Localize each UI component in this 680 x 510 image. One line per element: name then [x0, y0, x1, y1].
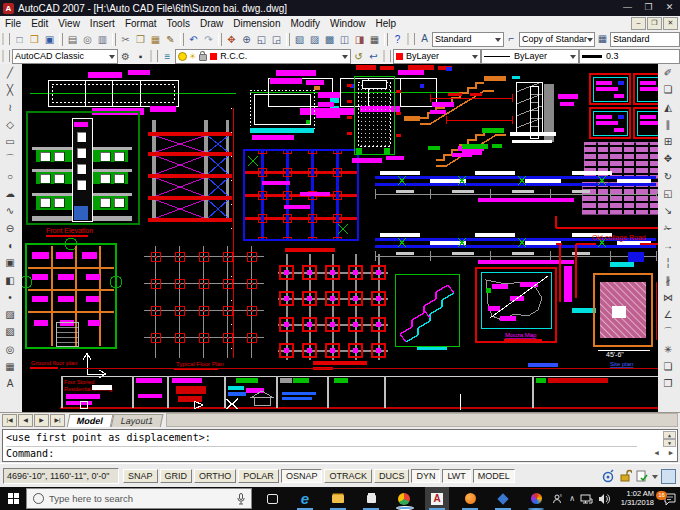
arc-icon[interactable]: ⌒: [2, 151, 18, 167]
scroll-down-icon[interactable]: ▼: [663, 439, 676, 447]
ellipse-icon[interactable]: ⊖: [2, 221, 18, 237]
array-icon[interactable]: ⊞: [660, 134, 676, 150]
chrome-icon[interactable]: [392, 487, 416, 510]
mdi-minimize-button[interactable]: ‒: [631, 17, 646, 30]
dyn-toggle[interactable]: DYN: [411, 469, 440, 483]
layer-on-bulb-icon[interactable]: [178, 52, 187, 61]
horizontal-scrollbar[interactable]: [166, 413, 678, 427]
paste-icon[interactable]: ▦: [148, 32, 163, 47]
command-history-line[interactable]: <use first point as displacement>:: [6, 431, 659, 445]
zoom-window-icon[interactable]: ◱: [254, 32, 269, 47]
line-icon[interactable]: ╱: [2, 65, 18, 81]
menu-item-edit[interactable]: Edit: [26, 18, 53, 29]
mirror-icon[interactable]: ◭: [660, 100, 676, 116]
spline-icon[interactable]: ∿: [2, 203, 18, 219]
people-icon[interactable]: ᴿ: [552, 493, 564, 505]
revision-cloud-icon[interactable]: ☁: [2, 186, 18, 202]
volume-icon[interactable]: [598, 493, 611, 505]
join-icon[interactable]: ⋈: [660, 290, 676, 306]
multiline-text-icon[interactable]: A: [2, 376, 18, 392]
model-toggle[interactable]: MODEL: [473, 469, 515, 483]
menu-item-draw[interactable]: Draw: [195, 18, 228, 29]
copy-icon[interactable]: ❏: [660, 82, 676, 98]
menu-item-insert[interactable]: Insert: [85, 18, 120, 29]
help-icon[interactable]: ?: [390, 32, 405, 47]
save-icon[interactable]: ▣: [42, 32, 57, 47]
scroll-right-icon[interactable]: ▶: [669, 449, 673, 457]
rectangle-icon[interactable]: ▭: [2, 134, 18, 150]
fillet-icon[interactable]: ⌒: [660, 324, 676, 340]
close-button[interactable]: ✕: [659, 0, 680, 16]
layer-combo[interactable]: ☀ R.C.C.: [175, 49, 351, 64]
hatch-icon[interactable]: ▨: [2, 307, 18, 323]
circle-icon[interactable]: ○: [2, 169, 18, 185]
polygon-icon[interactable]: ◇: [2, 117, 18, 133]
scroll-left-icon[interactable]: ◀: [655, 449, 659, 457]
coordinate-readout[interactable]: 4696'-10", 1160'-11", 0'-0": [3, 468, 119, 484]
menu-item-help[interactable]: Help: [371, 18, 402, 29]
quickcalc-icon[interactable]: ▦: [367, 32, 382, 47]
open-icon[interactable]: ❒: [27, 32, 42, 47]
toolbar-grip[interactable]: [2, 50, 10, 62]
menu-item-modify[interactable]: Modify: [286, 18, 325, 29]
rotate-icon[interactable]: ↻: [660, 169, 676, 185]
cut-icon[interactable]: ✂: [118, 32, 133, 47]
tray-settings-arrow-icon[interactable]: [652, 475, 658, 482]
color-control-combo[interactable]: ByLayer: [393, 49, 481, 64]
microphone-icon[interactable]: [237, 493, 245, 505]
undo-icon[interactable]: ↶: [186, 32, 201, 47]
taskbar-search-input[interactable]: Type here to search: [26, 488, 252, 509]
menu-item-view[interactable]: View: [53, 18, 85, 29]
match-properties-icon[interactable]: ✎: [163, 32, 178, 47]
workspace-combo[interactable]: AutoCAD Classic: [12, 49, 118, 64]
photos-icon[interactable]: [491, 487, 515, 510]
tab-model[interactable]: Model: [67, 414, 114, 428]
text-style-combo[interactable]: Standard: [432, 32, 504, 47]
properties-icon[interactable]: ▧: [292, 32, 307, 47]
edge-icon[interactable]: e: [293, 487, 317, 510]
offset-icon[interactable]: ∥: [660, 117, 676, 133]
construction-line-icon[interactable]: ╳: [2, 82, 18, 98]
toolbar-grip[interactable]: [2, 33, 10, 45]
qnew-icon[interactable]: □: [12, 32, 27, 47]
draworder-back-icon[interactable]: ❐: [660, 376, 676, 392]
tab-prev-button[interactable]: ◀: [18, 414, 33, 427]
command-hscroll[interactable]: ◀ ▶: [655, 449, 673, 457]
plot-preview-icon[interactable]: ◎: [80, 32, 95, 47]
osnap-toggle[interactable]: OSNAP: [281, 469, 323, 483]
taskbar-clock[interactable]: 1:02 AM 1/31/2018: [616, 490, 654, 507]
plot-icon[interactable]: ▤: [65, 32, 80, 47]
linetype-control-combo[interactable]: ByLayer: [481, 49, 579, 64]
mdi-close-button[interactable]: ✕: [663, 17, 678, 30]
clean-screen-button[interactable]: [661, 469, 676, 484]
sheet-set-manager-icon[interactable]: ◫: [337, 32, 352, 47]
ortho-toggle[interactable]: ORTHO: [194, 469, 236, 483]
layer-lock-icon[interactable]: [199, 54, 207, 61]
toolbar-grip[interactable]: [150, 50, 158, 62]
dim-style-combo[interactable]: Copy of Standar: [519, 32, 595, 47]
draworder-front-icon[interactable]: ❏: [660, 359, 676, 375]
gradient-icon[interactable]: ▧: [2, 324, 18, 340]
workspace-settings-icon[interactable]: ⚙: [118, 49, 133, 64]
lineweight-control-combo[interactable]: 0.3: [579, 49, 680, 64]
zoom-previous-icon[interactable]: ◲: [269, 32, 284, 47]
designcenter-icon[interactable]: ▨: [307, 32, 322, 47]
grid-toggle[interactable]: GRID: [160, 469, 193, 483]
extend-icon[interactable]: →: [660, 238, 676, 254]
publish-icon[interactable]: ▥: [95, 32, 110, 47]
scale-icon[interactable]: ◱: [660, 186, 676, 202]
snap-toggle[interactable]: SNAP: [123, 469, 158, 483]
toolbar-grip[interactable]: [407, 33, 415, 45]
menu-item-format[interactable]: Format: [120, 18, 162, 29]
menu-item-window[interactable]: Window: [325, 18, 371, 29]
tab-last-button[interactable]: ▶|: [50, 414, 65, 427]
menu-item-dimension[interactable]: Dimension: [228, 18, 285, 29]
task-view-icon[interactable]: [260, 487, 284, 510]
title-bar[interactable]: A AutoCAD 2007 - [H:\Auto CAD File\6th\S…: [0, 0, 680, 16]
make-object-layer-current-icon[interactable]: ↺: [351, 49, 366, 64]
toolbar-grip[interactable]: [383, 50, 391, 62]
ducs-toggle[interactable]: DUCS: [374, 469, 410, 483]
polyline-icon[interactable]: ≀: [2, 100, 18, 116]
layer-freeze-sun-icon[interactable]: ☀: [189, 52, 196, 61]
break-icon[interactable]: ∦: [660, 273, 676, 289]
